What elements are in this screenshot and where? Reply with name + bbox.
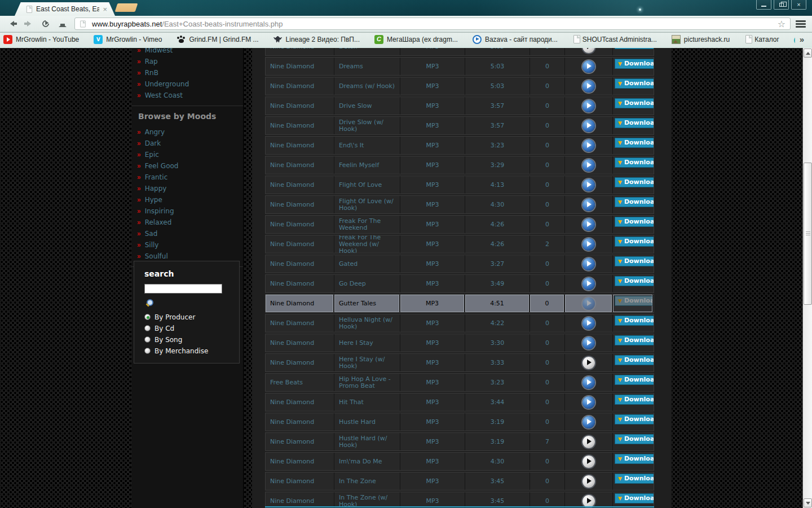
sidebar-mood-inspiring[interactable]: » Inspiring (131, 205, 243, 217)
search-input[interactable] (144, 284, 222, 294)
chrome-menu-button[interactable] (794, 18, 807, 29)
download-button[interactable]: ▼ Download (615, 316, 654, 326)
download-button[interactable]: ▼ Download (615, 177, 654, 187)
sidebar-genre-midwest[interactable]: » Midwest (131, 48, 243, 56)
play-button[interactable] (582, 317, 595, 330)
title-cell[interactable]: Gutter Tales (334, 295, 400, 312)
bookmark-item[interactable]: МегаШара (ex dragm... (374, 35, 458, 44)
home-button[interactable] (55, 17, 70, 30)
producer-cell[interactable]: Nine Diamond (266, 216, 334, 233)
producer-cell[interactable]: Nine Diamond (266, 314, 334, 332)
play-button[interactable] (582, 258, 595, 270)
page-scrollbar[interactable] (802, 48, 812, 508)
scrollbar-down-button[interactable] (804, 498, 812, 507)
title-cell[interactable]: Detox (334, 48, 400, 55)
producer-cell[interactable]: Nine Diamond (266, 137, 334, 154)
sidebar-mood-silly[interactable]: » Silly (131, 239, 243, 251)
search-radio-by-song[interactable]: By Song (144, 334, 239, 345)
scrollbar-up-button[interactable] (804, 49, 812, 58)
producer-cell[interactable]: Nine Diamond (266, 117, 334, 134)
download-button[interactable]: ▼ Download (615, 454, 654, 464)
play-button[interactable] (582, 456, 595, 468)
play-button[interactable] (582, 120, 595, 132)
play-button[interactable] (582, 357, 595, 369)
producer-cell[interactable]: Nine Diamond (266, 176, 334, 194)
close-button[interactable]: × (791, 0, 806, 10)
producer-cell[interactable]: Nine Diamond (266, 196, 334, 213)
producer-cell[interactable]: Nine Diamond (266, 255, 334, 273)
restore-button[interactable] (774, 0, 789, 10)
play-button[interactable] (582, 297, 595, 310)
title-cell[interactable]: Hit That (334, 393, 400, 411)
download-button[interactable]: ▼ Download (615, 474, 654, 484)
download-button[interactable]: ▼ Download (615, 276, 654, 286)
producer-cell[interactable]: Nine Diamond (266, 492, 334, 508)
minimize-button[interactable] (756, 0, 771, 10)
bookmark-item[interactable]: pictureshack.ru (672, 35, 730, 44)
radio-icon[interactable] (144, 336, 151, 343)
play-button[interactable] (582, 218, 595, 231)
play-button[interactable] (582, 475, 595, 488)
sidebar-mood-angry[interactable]: » Angry (131, 126, 243, 138)
play-button[interactable] (582, 159, 595, 172)
title-cell[interactable]: In The Zone (334, 472, 400, 490)
producer-cell[interactable]: Nine Diamond (266, 354, 334, 371)
download-button[interactable]: ▼ Download (615, 118, 654, 128)
producer-cell[interactable]: Nine Diamond (266, 334, 334, 352)
play-button[interactable] (582, 278, 595, 290)
title-cell[interactable]: Drive Slow (w/ Hook) (334, 117, 400, 134)
producer-cell[interactable]: Nine Diamond (266, 77, 334, 95)
download-button[interactable]: ▼ Download (615, 395, 654, 405)
play-button[interactable] (582, 60, 595, 73)
title-cell[interactable]: Flight Of Love (w/ Hook) (334, 196, 400, 213)
title-cell[interactable]: Hip Hop A Love - Promo Beat (334, 374, 400, 391)
producer-cell[interactable]: Free Beats (266, 374, 334, 391)
bookmark-item[interactable]: Bazava - сайт пароди... (473, 35, 558, 44)
download-button[interactable]: ▼ Download (615, 237, 654, 247)
producer-cell[interactable]: Nine Diamond (266, 413, 334, 431)
download-button[interactable]: ▼ Download (615, 48, 654, 49)
bookmark-item[interactable]: Каталог (744, 35, 779, 43)
title-cell[interactable]: Gated (334, 255, 400, 273)
sidebar-mood-epic[interactable]: » Epic (131, 149, 243, 160)
play-button[interactable] (582, 436, 595, 448)
producer-cell[interactable]: Nine Diamond (266, 235, 334, 253)
forward-button[interactable] (21, 17, 36, 30)
producer-cell[interactable]: Nine Diamond (266, 275, 334, 292)
bookmark-item[interactable]: Apple iPod Nano 7Gen... (794, 35, 795, 44)
producer-cell[interactable]: Nine Diamond (266, 58, 334, 75)
download-button[interactable]: ▼ Download (615, 217, 654, 227)
sidebar-genre-underground[interactable]: » Underground (131, 78, 243, 90)
download-button[interactable]: ▼ Download (615, 375, 654, 385)
play-button[interactable] (582, 495, 595, 507)
download-button[interactable]: ▼ Download (615, 98, 654, 108)
download-button[interactable]: ▼ Download (615, 355, 654, 365)
search-magnifier-icon[interactable] (145, 299, 155, 308)
download-button[interactable]: ▼ Download (615, 414, 654, 424)
download-button[interactable]: ▼ Download (615, 197, 654, 207)
play-button[interactable] (582, 179, 595, 191)
title-cell[interactable]: Go Deep (334, 275, 400, 292)
bookmark-item[interactable]: MrGrowlin - Vimeo (94, 35, 162, 44)
play-button[interactable] (582, 48, 595, 53)
play-button[interactable] (582, 396, 595, 409)
producer-cell[interactable]: Nine Diamond (266, 156, 334, 174)
sidebar-genre-west-coast[interactable]: » West Coast (131, 90, 243, 101)
producer-cell[interactable]: Nine Diamond (266, 97, 334, 115)
search-radio-by-cd[interactable]: By Cd (144, 323, 239, 334)
title-cell[interactable]: Freak For The Weekend (334, 216, 400, 233)
producer-cell[interactable]: Nine Diamond (266, 472, 334, 490)
play-button[interactable] (582, 416, 595, 428)
title-cell[interactable]: Dreams (334, 58, 400, 75)
title-cell[interactable]: Im\'ma Do Me (334, 453, 400, 470)
producer-cell[interactable]: Nine Diamond (266, 48, 334, 55)
title-cell[interactable]: Dreams (w/ Hook) (334, 77, 400, 95)
sidebar-mood-feel-good[interactable]: » Feel Good (131, 160, 243, 172)
back-button[interactable] (5, 17, 19, 30)
bookmark-item[interactable]: Grind.FM | Grind.FM ... (176, 35, 258, 44)
play-button[interactable] (582, 80, 595, 93)
download-button[interactable]: ▼ Download (615, 59, 654, 69)
play-button[interactable] (582, 238, 595, 251)
new-tab-button[interactable] (115, 3, 138, 12)
download-button[interactable]: ▼ Download (615, 335, 654, 345)
